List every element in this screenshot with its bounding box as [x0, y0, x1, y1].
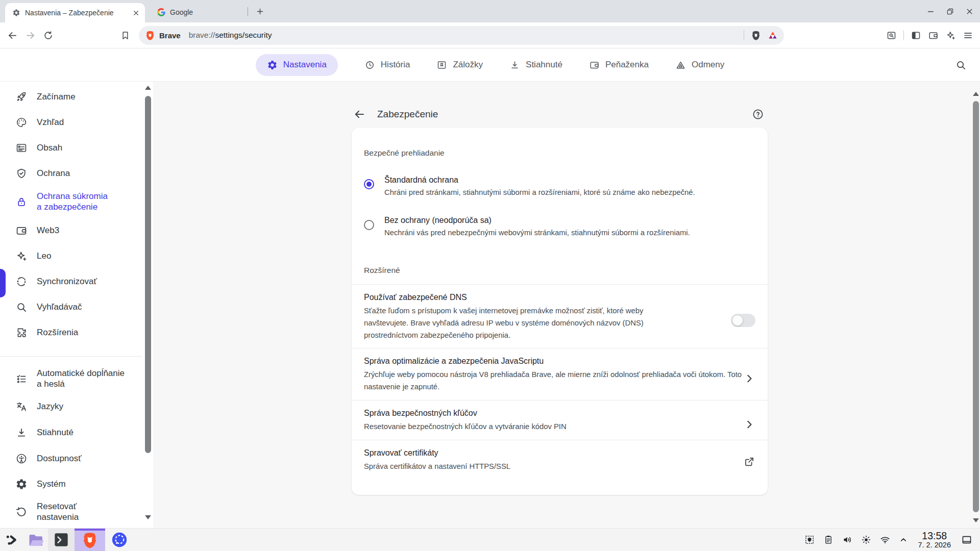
nav-item-rewards[interactable]: Odmeny	[675, 60, 724, 70]
app-launcher-icon	[5, 532, 20, 547]
option-description: Nechráni vás pred nebezpečnými webovými …	[384, 229, 690, 237]
nav-label: Odmeny	[692, 60, 724, 70]
bookmark-button[interactable]	[117, 27, 133, 43]
row-title: Používať zabezpečené DNS	[364, 293, 731, 302]
brave-shields-icon[interactable]	[751, 30, 761, 40]
minimize-icon[interactable]	[926, 7, 935, 16]
chevron-right-icon	[743, 372, 755, 385]
desktop-screen: Nastavenia – Zabezpečenie Google Brave b…	[0, 0, 980, 551]
wallet-icon[interactable]	[928, 30, 939, 41]
gear-icon	[15, 478, 28, 490]
security-settings-card: Bezpečné prehliadanie Štandardná ochrana…	[352, 128, 768, 495]
restore-icon[interactable]	[946, 7, 954, 16]
volume-icon[interactable]	[842, 534, 853, 545]
settings-gear-icon	[12, 9, 20, 17]
help-icon[interactable]	[752, 108, 764, 120]
menu-icon[interactable]	[963, 30, 973, 41]
forward-button[interactable]	[22, 27, 38, 43]
tab-google[interactable]: Google	[151, 3, 239, 21]
setting-row-security-keys[interactable]: Správa bezpečnostných kľúčov Resetovanie…	[352, 400, 768, 440]
sidebar-item-web3[interactable]: Web3	[0, 218, 128, 243]
sidebar-item-get-started[interactable]: Začíname	[0, 84, 128, 110]
back-arrow-icon	[7, 30, 18, 41]
sidebar-item-sync[interactable]: Synchronizovať	[0, 269, 128, 294]
brave-browser-button[interactable]	[75, 529, 105, 551]
tab-settings[interactable]: Nastavenia – Zabezpečenie	[5, 3, 145, 22]
page-scroll-up-arrow[interactable]	[973, 92, 979, 96]
toolbar-actions	[886, 30, 980, 41]
option-title[interactable]: Štandardná ochrana	[384, 176, 458, 185]
sidebar-scrollbar-thumb[interactable]	[145, 96, 151, 453]
url-text: brave://settings/security	[189, 31, 272, 40]
nav-label: Peňaženka	[605, 60, 649, 70]
option-title[interactable]: Bez ochrany (neodporúča sa)	[384, 216, 492, 225]
sidebar-item-leo[interactable]: Leo	[0, 243, 128, 269]
security-shield-tray-icon[interactable]	[804, 534, 815, 545]
file-manager-button[interactable]	[24, 529, 48, 551]
nav-item-downloads[interactable]: Stiahnuté	[509, 60, 562, 70]
setting-row-javascript-security[interactable]: Správa optimalizácie a zabezpečenia Java…	[352, 348, 768, 400]
nav-label: Stiahnuté	[526, 60, 562, 70]
sidebar-scroll-up-arrow[interactable]	[145, 86, 151, 90]
sidebar-item-reset[interactable]: Resetovať nastavenia	[0, 498, 128, 527]
brightness-icon[interactable]	[861, 534, 872, 545]
radio-no-protection[interactable]	[364, 220, 374, 230]
nav-item-history[interactable]: História	[364, 60, 410, 70]
row-title: Správa bezpečnostných kľúčov	[364, 409, 743, 418]
sidebar-item-autofill[interactable]: Automatické dopĺňanie a heslá	[0, 365, 128, 393]
settings-search-button[interactable]	[955, 59, 967, 71]
sidebar-item-downloads[interactable]: Stiahnuté	[0, 420, 128, 445]
palette-icon	[15, 116, 28, 129]
nav-item-settings[interactable]: Nastavenia	[256, 54, 338, 76]
nav-item-wallet[interactable]: Peňaženka	[589, 60, 649, 70]
setting-row-manage-certificates[interactable]: Spravovať certifikáty Správa certifikáto…	[352, 440, 768, 495]
external-link-icon	[743, 456, 755, 468]
secure-dns-toggle[interactable]	[731, 314, 755, 327]
back-arrow-icon[interactable]	[353, 108, 365, 120]
leo-ai-icon[interactable]	[945, 30, 956, 41]
terminal-icon	[53, 532, 69, 548]
tab-close-icon[interactable]	[132, 9, 140, 17]
sidebar-item-appearance[interactable]: Vzhľad	[0, 110, 128, 135]
tray-expand-icon[interactable]	[898, 535, 909, 545]
wallet-icon	[589, 60, 600, 70]
row-description: Zrýchľuje weby pomocou nástroja V8 prehl…	[364, 368, 743, 393]
sidebar-scroll-down-arrow[interactable]	[145, 515, 151, 519]
search-in-tab-icon[interactable]	[886, 30, 897, 41]
nav-item-bookmarks[interactable]: Záložky	[436, 60, 483, 70]
bat-rewards-icon[interactable]	[768, 30, 778, 40]
new-tab-button[interactable]	[253, 5, 266, 18]
sidebar-item-languages[interactable]: Jazyky	[0, 394, 128, 419]
taskbar-clock[interactable]: 13:58 7. 2. 2026	[918, 531, 951, 549]
sidebar-divider	[0, 356, 142, 357]
translate-icon	[15, 400, 28, 413]
clipboard-tray-icon[interactable]	[823, 534, 834, 545]
signal-app-button[interactable]	[105, 529, 134, 551]
page-scrollbar-thumb[interactable]	[973, 101, 979, 512]
brave-logo-icon	[145, 30, 155, 40]
gear-icon	[267, 60, 278, 70]
page-scroll-down-arrow[interactable]	[973, 518, 979, 522]
sidebar-item-content[interactable]: Obsah	[0, 135, 128, 161]
tab-title: Nastavenia – Zabezpečenie	[25, 9, 128, 17]
puzzle-icon	[15, 327, 28, 339]
sidebar-item-search-engine[interactable]: Vyhľadávač	[0, 294, 128, 320]
url-bar[interactable]: Brave brave://settings/security	[139, 26, 784, 45]
show-desktop-icon[interactable]	[961, 534, 973, 546]
terminal-button[interactable]	[48, 529, 75, 551]
back-button[interactable]	[4, 27, 20, 43]
tab-separator	[248, 7, 248, 16]
radio-standard-protection[interactable]	[364, 179, 374, 189]
sidebar-item-extensions[interactable]: Rozšírenia	[0, 320, 128, 345]
url-chip-label: Brave	[159, 31, 181, 40]
wifi-icon[interactable]	[879, 534, 891, 545]
close-icon[interactable]	[965, 7, 974, 16]
reload-button[interactable]	[40, 27, 56, 43]
sidebar-item-shields[interactable]: Ochrana	[0, 161, 128, 186]
side-panel-icon[interactable]	[911, 30, 921, 41]
shield-check-icon	[15, 167, 28, 180]
sidebar-item-accessibility[interactable]: Dostupnosť	[0, 446, 128, 471]
sidebar-item-system[interactable]: Systém	[0, 471, 128, 497]
sidebar-item-privacy-security[interactable]: Ochrana súkromia a zabezpečenie	[0, 188, 128, 216]
app-launcher-button[interactable]	[0, 529, 24, 551]
